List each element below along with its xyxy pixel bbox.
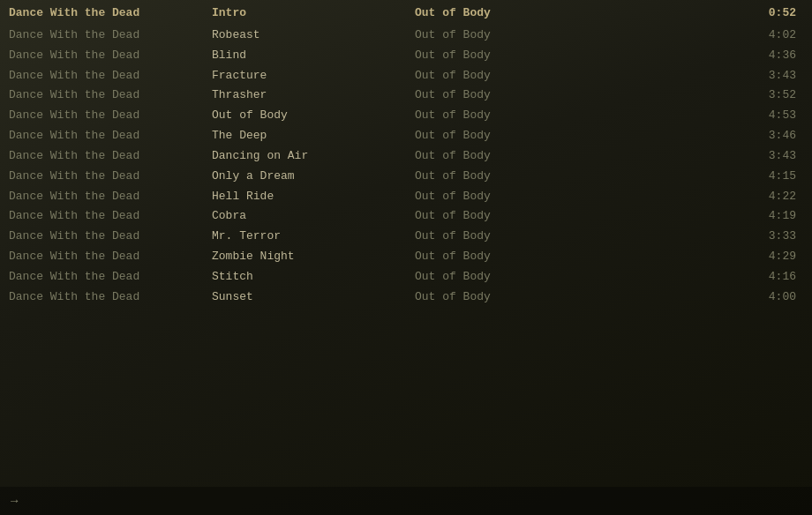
track-title: Sunset	[212, 289, 415, 306]
track-album: Out of Body	[415, 48, 556, 64]
track-duration: 4:02	[556, 27, 803, 44]
track-row[interactable]: Dance With the DeadOut of BodyOut of Bod…	[0, 106, 812, 126]
bottom-bar: →	[0, 487, 812, 515]
track-duration: 4:16	[556, 269, 803, 286]
track-row[interactable]: Dance With the DeadZombie NightOut of Bo…	[0, 247, 812, 267]
track-title: Out of Body	[212, 108, 415, 124]
track-duration: 3:46	[556, 128, 803, 145]
track-duration: 4:15	[556, 168, 803, 185]
header-title: Intro	[212, 5, 415, 22]
track-duration: 3:43	[556, 148, 803, 165]
track-row[interactable]: Dance With the DeadOnly a DreamOut of Bo…	[0, 167, 812, 187]
track-album: Out of Body	[415, 249, 556, 265]
track-title: Blind	[212, 48, 415, 64]
header-artist: Dance With the Dead	[9, 5, 212, 22]
track-artist: Dance With the Dead	[9, 87, 212, 104]
track-list-header: Dance With the Dead Intro Out of Body 0:…	[0, 4, 812, 26]
track-album: Out of Body	[415, 289, 556, 306]
track-row[interactable]: Dance With the DeadRobeastOut of Body4:0…	[0, 26, 812, 46]
arrow-icon: →	[11, 494, 18, 508]
track-album: Out of Body	[415, 189, 556, 205]
track-duration: 4:19	[556, 208, 803, 225]
track-row[interactable]: Dance With the DeadFractureOut of Body3:…	[0, 66, 812, 86]
track-album: Out of Body	[415, 269, 556, 286]
track-row[interactable]: Dance With the DeadSunsetOut of Body4:00	[0, 287, 812, 308]
track-title: The Deep	[212, 128, 415, 145]
track-duration: 4:29	[556, 249, 803, 265]
track-artist: Dance With the Dead	[9, 128, 212, 145]
track-artist: Dance With the Dead	[9, 208, 212, 225]
track-artist: Dance With the Dead	[9, 168, 212, 185]
track-album: Out of Body	[415, 128, 556, 145]
track-album: Out of Body	[415, 208, 556, 225]
track-title: Only a Dream	[212, 168, 415, 185]
track-title: Thrasher	[212, 87, 415, 104]
track-artist: Dance With the Dead	[9, 189, 212, 205]
track-album: Out of Body	[415, 87, 556, 104]
track-duration: 3:33	[556, 228, 803, 245]
track-title: Zombie Night	[212, 249, 415, 265]
track-duration: 4:36	[556, 48, 803, 64]
track-artist: Dance With the Dead	[9, 68, 212, 85]
header-duration: 0:52	[556, 5, 803, 22]
track-album: Out of Body	[415, 68, 556, 85]
track-title: Stitch	[212, 269, 415, 286]
track-title: Dancing on Air	[212, 148, 415, 165]
track-album: Out of Body	[415, 168, 556, 185]
track-duration: 4:53	[556, 108, 803, 124]
track-row[interactable]: Dance With the DeadBlindOut of Body4:36	[0, 46, 812, 66]
track-title: Fracture	[212, 68, 415, 85]
track-artist: Dance With the Dead	[9, 108, 212, 124]
track-album: Out of Body	[415, 228, 556, 245]
track-title: Mr. Terror	[212, 228, 415, 245]
track-row[interactable]: Dance With the DeadThe DeepOut of Body3:…	[0, 126, 812, 146]
track-row[interactable]: Dance With the DeadCobraOut of Body4:19	[0, 206, 812, 227]
track-row[interactable]: Dance With the DeadStitchOut of Body4:16	[0, 267, 812, 287]
track-artist: Dance With the Dead	[9, 249, 212, 265]
track-row[interactable]: Dance With the DeadThrasherOut of Body3:…	[0, 86, 812, 106]
track-row[interactable]: Dance With the DeadDancing on AirOut of …	[0, 146, 812, 167]
track-title: Cobra	[212, 208, 415, 225]
header-album: Out of Body	[415, 5, 556, 22]
track-duration: 3:52	[556, 87, 803, 104]
track-duration: 4:22	[556, 189, 803, 205]
track-list: Dance With the Dead Intro Out of Body 0:…	[0, 0, 812, 308]
track-duration: 3:43	[556, 68, 803, 85]
track-album: Out of Body	[415, 27, 556, 44]
track-title: Robeast	[212, 27, 415, 44]
track-artist: Dance With the Dead	[9, 48, 212, 64]
track-row[interactable]: Dance With the DeadHell RideOut of Body4…	[0, 187, 812, 207]
track-album: Out of Body	[415, 148, 556, 165]
track-row[interactable]: Dance With the DeadMr. TerrorOut of Body…	[0, 227, 812, 247]
track-album: Out of Body	[415, 108, 556, 124]
track-duration: 4:00	[556, 289, 803, 306]
track-artist: Dance With the Dead	[9, 228, 212, 245]
track-artist: Dance With the Dead	[9, 148, 212, 165]
track-artist: Dance With the Dead	[9, 289, 212, 306]
track-title: Hell Ride	[212, 189, 415, 205]
track-artist: Dance With the Dead	[9, 27, 212, 44]
track-artist: Dance With the Dead	[9, 269, 212, 286]
